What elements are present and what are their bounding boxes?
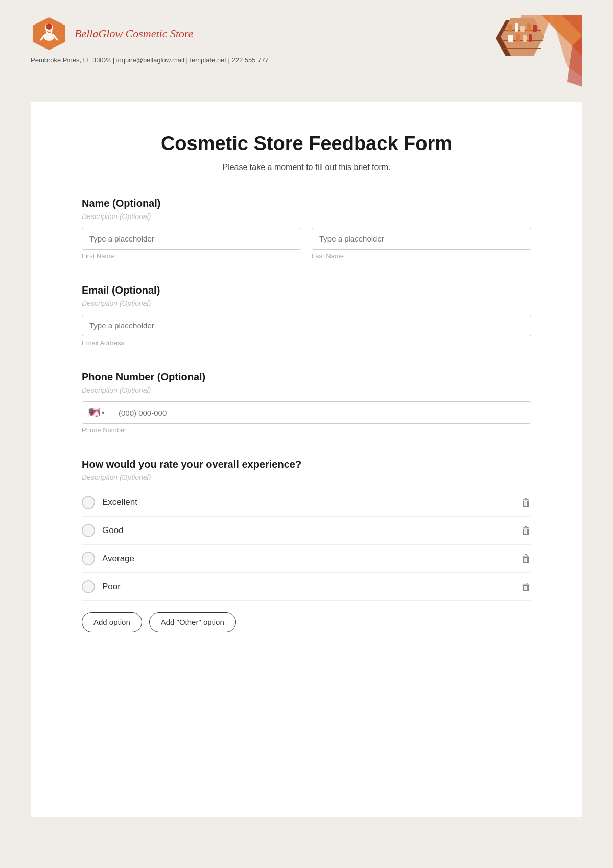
last-name-sublabel: Last Name bbox=[312, 252, 531, 260]
header-decorative bbox=[439, 15, 582, 92]
rating-label-average: Average bbox=[102, 553, 134, 564]
svg-point-5 bbox=[46, 23, 52, 30]
form-title: Cosmetic Store Feedback Form bbox=[82, 133, 531, 155]
svg-rect-21 bbox=[523, 35, 527, 42]
brand-contact: Pembroke Pines, FL 33028 | inquire@bella… bbox=[31, 56, 269, 64]
email-wrapper: Email Address bbox=[82, 315, 531, 347]
name-field-row: First Name Last Name bbox=[82, 228, 531, 260]
phone-country-selector[interactable]: 🇺🇸 ▾ bbox=[82, 402, 111, 423]
delete-average-icon[interactable]: 🗑 bbox=[521, 553, 531, 565]
delete-excellent-icon[interactable]: 🗑 bbox=[521, 497, 531, 509]
rating-left-average: Average bbox=[82, 552, 134, 565]
chevron-down-icon: ▾ bbox=[102, 409, 105, 416]
email-section-description: Description (Optional) bbox=[82, 299, 531, 307]
rating-label-good: Good bbox=[102, 525, 124, 536]
svg-rect-20 bbox=[516, 34, 520, 42]
rating-label-poor: Poor bbox=[102, 582, 121, 592]
last-name-wrapper: Last Name bbox=[312, 228, 531, 260]
radio-circle-good[interactable] bbox=[82, 524, 95, 537]
phone-sublabel: Phone Number bbox=[82, 426, 531, 434]
header-left: BellaGlow Cosmetic Store Pembroke Pines,… bbox=[31, 15, 269, 64]
phone-row: 🇺🇸 ▾ bbox=[82, 401, 531, 424]
phone-input[interactable] bbox=[111, 402, 531, 423]
svg-rect-22 bbox=[529, 34, 532, 42]
form-subtitle: Please take a moment to fill out this br… bbox=[82, 163, 531, 172]
name-section: Name (Optional) Description (Optional) F… bbox=[82, 198, 531, 260]
phone-section-description: Description (Optional) bbox=[82, 386, 531, 394]
brand-text-block: BellaGlow Cosmetic Store bbox=[75, 27, 194, 40]
radio-circle-poor[interactable] bbox=[82, 580, 95, 593]
email-section: Email (Optional) Description (Optional) … bbox=[82, 284, 531, 347]
phone-section-label: Phone Number (Optional) bbox=[82, 371, 531, 383]
first-name-input[interactable] bbox=[82, 228, 301, 250]
form-container: Cosmetic Store Feedback Form Please take… bbox=[31, 102, 582, 817]
radio-circle-excellent[interactable] bbox=[82, 496, 95, 509]
brand-name: BellaGlow Cosmetic Store bbox=[75, 27, 194, 40]
radio-circle-average[interactable] bbox=[82, 552, 95, 565]
svg-rect-19 bbox=[508, 35, 513, 42]
rating-left-good: Good bbox=[82, 524, 124, 537]
email-input[interactable] bbox=[82, 315, 531, 336]
header: BellaGlow Cosmetic Store Pembroke Pines,… bbox=[0, 0, 613, 102]
rating-left-poor: Poor bbox=[82, 580, 121, 593]
us-flag-icon: 🇺🇸 bbox=[88, 407, 100, 418]
rating-label-excellent: Excellent bbox=[102, 497, 137, 508]
rating-option-excellent: Excellent 🗑 bbox=[82, 489, 531, 517]
rating-option-average: Average 🗑 bbox=[82, 545, 531, 573]
rating-left-excellent: Excellent bbox=[82, 496, 137, 509]
svg-rect-15 bbox=[515, 23, 518, 32]
add-options-row: Add option Add "Other" option bbox=[82, 612, 531, 632]
first-name-sublabel: First Name bbox=[82, 252, 301, 260]
email-section-label: Email (Optional) bbox=[82, 284, 531, 296]
first-name-wrapper: First Name bbox=[82, 228, 301, 260]
rating-option-good: Good 🗑 bbox=[82, 517, 531, 545]
phone-section: Phone Number (Optional) Description (Opt… bbox=[82, 371, 531, 434]
rating-option-poor: Poor 🗑 bbox=[82, 573, 531, 601]
name-section-label: Name (Optional) bbox=[82, 198, 531, 209]
hex-logo-icon bbox=[31, 15, 67, 52]
last-name-input[interactable] bbox=[312, 228, 531, 250]
rating-section-label: How would you rate your overall experien… bbox=[82, 459, 531, 470]
svg-rect-16 bbox=[520, 26, 525, 32]
logo-area: BellaGlow Cosmetic Store bbox=[31, 15, 269, 52]
svg-rect-14 bbox=[508, 25, 512, 32]
delete-poor-icon[interactable]: 🗑 bbox=[521, 581, 531, 593]
rating-section-description: Description (Optional) bbox=[82, 473, 531, 481]
svg-rect-18 bbox=[533, 25, 537, 32]
add-option-button[interactable]: Add option bbox=[82, 612, 142, 632]
rating-section: How would you rate your overall experien… bbox=[82, 459, 531, 632]
svg-rect-17 bbox=[527, 23, 531, 32]
email-sublabel: Email Address bbox=[82, 339, 531, 347]
name-section-description: Description (Optional) bbox=[82, 212, 531, 221]
delete-good-icon[interactable]: 🗑 bbox=[521, 525, 531, 537]
deco-shapes-icon bbox=[439, 15, 582, 97]
add-other-option-button[interactable]: Add "Other" option bbox=[149, 612, 236, 632]
